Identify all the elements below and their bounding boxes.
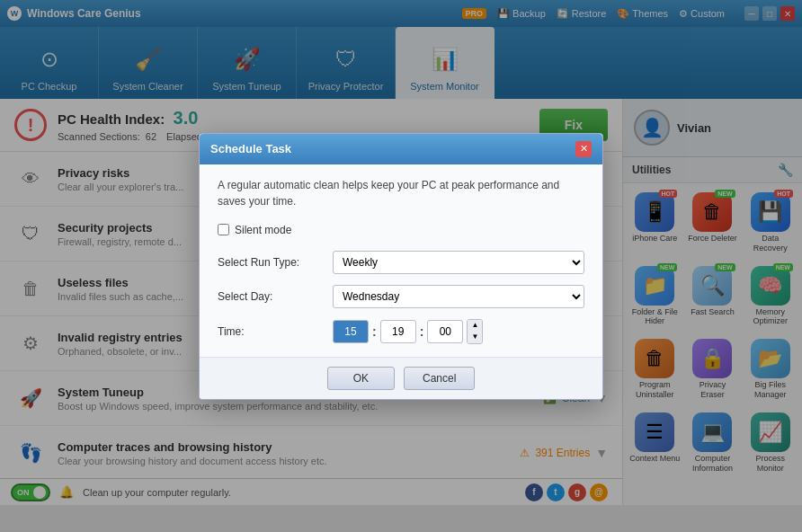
select-day-label: Select Day: xyxy=(218,290,325,303)
time-hour-input[interactable] xyxy=(333,320,369,343)
schedule-task-modal: Schedule Task ✕ A regular automatic clea… xyxy=(199,133,603,400)
time-input-row: : : ▲ ▼ xyxy=(333,319,483,344)
time-spin-up[interactable]: ▲ xyxy=(468,320,482,332)
select-day-select[interactable]: Monday Tuesday Wednesday Thursday Friday… xyxy=(333,285,584,308)
run-type-row: Select Run Type: Daily Weekly Monthly xyxy=(218,251,584,274)
modal-form: Silent mode Select Run Type: Daily Weekl… xyxy=(218,224,584,344)
time-label: Time: xyxy=(218,325,325,338)
time-minute-input[interactable] xyxy=(380,320,416,343)
time-row: Time: : : ▲ ▼ xyxy=(218,319,584,344)
run-type-label: Select Run Type: xyxy=(218,256,325,269)
modal-footer: OK Cancel xyxy=(200,357,602,399)
silent-mode-label: Silent mode xyxy=(235,224,291,236)
time-separator-2: : xyxy=(420,324,424,339)
silent-mode-row: Silent mode xyxy=(218,224,584,236)
cancel-button[interactable]: Cancel xyxy=(404,367,475,390)
ok-button[interactable]: OK xyxy=(327,367,395,390)
modal-overlay: Schedule Task ✕ A regular automatic clea… xyxy=(0,0,802,532)
run-type-select[interactable]: Daily Weekly Monthly xyxy=(333,251,584,274)
modal-header: Schedule Task ✕ xyxy=(200,134,602,164)
modal-description: A regular automatic clean helps keep you… xyxy=(218,177,584,209)
modal-close-button[interactable]: ✕ xyxy=(575,141,592,157)
time-spin-down[interactable]: ▼ xyxy=(468,332,482,343)
silent-mode-checkbox[interactable] xyxy=(218,224,229,235)
time-separator-1: : xyxy=(372,324,377,339)
time-spinner: ▲ ▼ xyxy=(467,319,483,344)
modal-body: A regular automatic clean helps keep you… xyxy=(200,164,602,357)
time-second-input[interactable] xyxy=(427,320,463,343)
select-day-row: Select Day: Monday Tuesday Wednesday Thu… xyxy=(218,285,584,308)
modal-title: Schedule Task xyxy=(210,142,291,155)
